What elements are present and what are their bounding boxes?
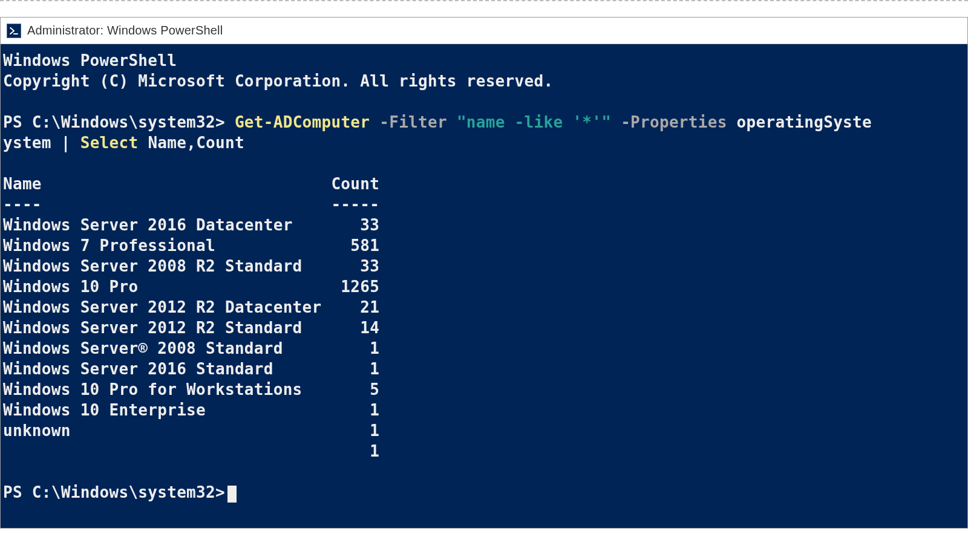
banner-line-1: Windows PowerShell	[3, 51, 177, 70]
terminal-output[interactable]: Windows PowerShell Copyright (C) Microso…	[1, 44, 967, 528]
command-fields: Name,Count	[148, 134, 244, 152]
param-filter-value: "name -like '*'"	[457, 113, 611, 131]
command-cmdlet: Get-ADComputer	[235, 113, 370, 131]
title-bar[interactable]: Administrator: Windows PowerShell	[1, 18, 967, 44]
window-title: Administrator: Windows PowerShell	[27, 24, 223, 37]
page-top-gutter	[0, 0, 968, 17]
powershell-window: Administrator: Windows PowerShell Window…	[0, 17, 968, 529]
prompt-1: PS C:\Windows\system32>	[3, 113, 225, 131]
param-properties-name: -Properties	[621, 113, 727, 131]
powershell-icon	[7, 24, 21, 38]
prompt-2: PS C:\Windows\system32>	[3, 483, 225, 501]
command-line2-prefix: ystem	[3, 134, 51, 152]
banner-line-2: Copyright (C) Microsoft Corporation. All…	[3, 72, 553, 90]
command-select: Select	[80, 134, 139, 152]
param-properties-value: operatingSyste	[737, 113, 872, 131]
cursor	[227, 486, 237, 503]
output-table-rule: ---- -----	[3, 195, 379, 213]
param-filter-name: -Filter	[379, 113, 447, 131]
pipe-operator: |	[61, 134, 71, 152]
output-table-header: Name Count	[3, 175, 379, 193]
output-table-body: Windows Server 2016 Datacenter 33 Window…	[3, 216, 379, 460]
